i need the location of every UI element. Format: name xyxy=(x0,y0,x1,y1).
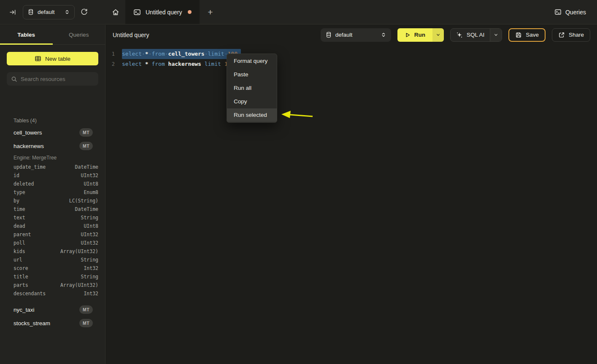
table-item-cell_towers[interactable]: cell_towersMT xyxy=(7,126,98,139)
sidebar-tab-queries-label: Queries xyxy=(69,32,89,38)
new-table-button[interactable]: New table xyxy=(7,52,98,65)
query-toolbar: Untitled query default xyxy=(106,25,597,45)
column-type: Array(UInt32) xyxy=(60,248,98,254)
topbar: default xyxy=(0,0,597,24)
table-item-stocks_stream[interactable]: stocks_streamMT xyxy=(7,316,98,330)
query-database-selector[interactable]: default xyxy=(321,28,391,42)
token-kw: limit xyxy=(208,51,224,57)
home-icon xyxy=(112,8,119,16)
sql-editor[interactable]: 1select·*·from·cell_towers·limit·100·2se… xyxy=(106,45,597,364)
table-item-hackernews[interactable]: hackernewsMT xyxy=(7,139,98,153)
token-kw: from xyxy=(151,61,165,67)
code-line-1[interactable]: 1select·*·from·cell_towers·limit·100· xyxy=(106,49,597,59)
menu-item-copy[interactable]: Copy xyxy=(227,95,277,108)
database-icon xyxy=(326,32,332,38)
new-tab-button[interactable]: + xyxy=(200,0,221,24)
tab-untitled-query[interactable]: Untitled query xyxy=(125,0,200,24)
sidebar-tab-queries[interactable]: Queries xyxy=(53,25,105,44)
refresh-button[interactable] xyxy=(79,7,89,17)
queries-menu-button[interactable]: Queries xyxy=(554,0,597,24)
menu-item-run-selected[interactable]: Run selected xyxy=(227,108,277,122)
sql-ai-button-group: SQL AI xyxy=(450,28,502,42)
line-number: 2 xyxy=(106,59,115,69)
column-row-score: scoreInt32 xyxy=(7,264,98,272)
tab-strip: Untitled query + xyxy=(105,0,221,24)
table-item-nyc_taxi[interactable]: nyc_taxiMT xyxy=(7,303,98,316)
column-type: DateTime xyxy=(75,164,98,170)
collapse-sidebar-icon xyxy=(9,9,16,16)
token-op: * xyxy=(145,51,149,57)
column-row-url: urlString xyxy=(7,256,98,264)
run-button[interactable]: Run xyxy=(397,28,432,42)
token-op: * xyxy=(145,61,149,67)
toolbar-actions: default Run xyxy=(321,28,590,42)
token-ws xyxy=(165,61,168,67)
save-button[interactable]: Save xyxy=(508,28,546,42)
column-type: Array(UInt32) xyxy=(60,282,98,288)
column-type: UInt8 xyxy=(84,223,98,229)
chevron-updown-icon xyxy=(65,9,70,15)
code-line-2[interactable]: 2select * from hackernews limit 100 xyxy=(106,59,597,69)
token-ident: hackernews xyxy=(168,61,201,67)
chevron-updown-icon xyxy=(381,32,386,38)
engine-badge: MT xyxy=(79,305,93,314)
code-text: select * from hackernews limit 100 xyxy=(122,59,234,69)
column-name: parent xyxy=(14,232,31,237)
column-name: poll xyxy=(14,240,25,246)
column-row-by: byLC(String) xyxy=(7,197,98,205)
plus-icon: + xyxy=(208,7,213,17)
column-name: dead xyxy=(14,223,25,229)
token-kw: select xyxy=(122,61,142,67)
column-type: String xyxy=(81,215,98,221)
columns-gap xyxy=(7,298,98,303)
sidebar-tab-tables-label: Tables xyxy=(17,32,35,38)
column-name: text xyxy=(14,215,25,221)
sql-ai-options-chevron[interactable] xyxy=(490,29,502,41)
column-name: title xyxy=(14,274,28,280)
database-selector-value: default xyxy=(38,9,55,15)
sql-ai-label: SQL AI xyxy=(467,32,484,38)
column-type: UInt32 xyxy=(81,232,98,237)
token-kw: select xyxy=(122,51,142,57)
tab-home[interactable] xyxy=(105,0,125,24)
table-name: stocks_stream xyxy=(14,320,50,326)
table-icon xyxy=(35,55,41,62)
search-input[interactable] xyxy=(21,76,95,82)
sql-ai-button[interactable]: SQL AI xyxy=(451,29,490,41)
share-icon xyxy=(558,32,565,38)
table-name: nyc_taxi xyxy=(14,307,35,313)
token-kw: from xyxy=(151,51,165,57)
editor-context-menu: Format queryPasteRun allCopyRun selected xyxy=(227,54,277,123)
column-row-title: titleString xyxy=(7,272,98,281)
column-row-dead: deadUInt8 xyxy=(7,222,98,230)
engine-label: Engine: MergeTree xyxy=(7,153,98,163)
tables-section-label: Tables (4) xyxy=(14,118,37,124)
column-name: deleted xyxy=(14,181,34,187)
play-icon xyxy=(405,32,411,38)
share-button[interactable]: Share xyxy=(552,28,590,42)
code-text: select·*·from·cell_towers·limit·100· xyxy=(122,49,241,59)
column-type: UInt32 xyxy=(81,173,98,178)
column-name: update_time xyxy=(14,164,46,170)
chevron-down-icon xyxy=(436,32,440,37)
menu-item-format-query[interactable]: Format query xyxy=(227,54,277,68)
run-options-chevron[interactable] xyxy=(432,28,444,42)
menu-item-run-all[interactable]: Run all xyxy=(227,81,277,95)
query-title: Untitled query xyxy=(113,32,149,38)
column-row-id: idUInt32 xyxy=(7,171,98,180)
token-ws xyxy=(221,61,224,67)
collapse-sidebar-button[interactable] xyxy=(8,7,18,17)
column-row-time: timeDateTime xyxy=(7,205,98,213)
column-name: by xyxy=(14,198,19,204)
query-database-value: default xyxy=(335,32,353,38)
column-row-text: textString xyxy=(7,213,98,222)
column-row-type: typeEnum8 xyxy=(7,188,98,197)
column-type: String xyxy=(81,274,98,280)
tab-label: Untitled query xyxy=(146,9,182,16)
sidebar-tab-tables[interactable]: Tables xyxy=(0,25,53,44)
queries-icon xyxy=(554,8,562,16)
menu-item-paste[interactable]: Paste xyxy=(227,68,277,81)
column-type: Enum8 xyxy=(84,189,98,195)
column-row-update_time: update_timeDateTime xyxy=(7,163,98,171)
database-selector[interactable]: default xyxy=(23,5,75,19)
